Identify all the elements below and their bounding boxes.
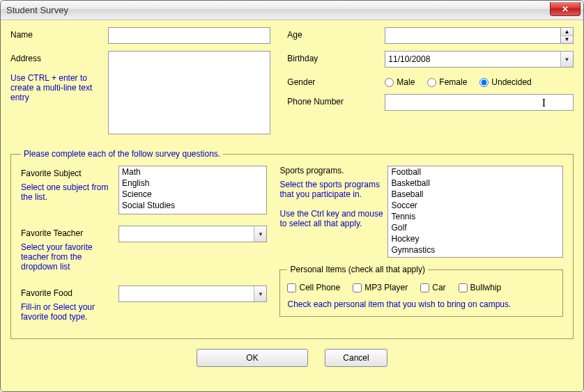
student-survey-window: Student Survey ✕ Name Address Use CTRL +… bbox=[0, 0, 584, 392]
check-cell-phone[interactable]: Cell Phone bbox=[287, 283, 340, 292]
survey-legend: Please complete each of the follow surve… bbox=[21, 149, 223, 159]
fav-teacher-label: Favorite Teacher bbox=[21, 228, 118, 238]
titlebar: Student Survey ✕ bbox=[1, 1, 583, 20]
list-item[interactable]: Math bbox=[119, 166, 266, 178]
list-item[interactable]: English bbox=[119, 178, 266, 189]
check-bullwhip[interactable]: Bullwhip bbox=[459, 283, 502, 292]
list-item[interactable]: Golf bbox=[388, 222, 562, 233]
list-item[interactable]: Soccer bbox=[388, 200, 562, 211]
gender-female-radio[interactable]: Female bbox=[427, 77, 467, 87]
check-car[interactable]: Car bbox=[420, 283, 445, 292]
list-item[interactable]: Football bbox=[388, 166, 562, 178]
sports-list[interactable]: Football Basketball Baseball Soccer Tenn… bbox=[387, 166, 563, 258]
form-body: Name Address Use CTRL + enter to create … bbox=[1, 20, 583, 391]
list-item[interactable]: Gymnastics bbox=[388, 244, 562, 256]
name-input[interactable] bbox=[108, 27, 270, 44]
fav-food-combo[interactable] bbox=[118, 285, 267, 302]
personal-items-hint: Check each personal item that you wish t… bbox=[287, 299, 555, 309]
list-item[interactable]: Baseball bbox=[388, 189, 562, 200]
gender-undecided-radio[interactable]: Undecided bbox=[479, 77, 531, 87]
address-hint: Use CTRL + enter to create a multi-line … bbox=[10, 73, 94, 102]
fav-subject-label: Favorite Subject bbox=[21, 168, 118, 178]
age-stepper[interactable]: ▲ ▼ bbox=[385, 27, 574, 44]
age-spin-down[interactable]: ▼ bbox=[561, 36, 573, 44]
birthday-dropdown-button[interactable] bbox=[560, 52, 573, 67]
check-mp3-player[interactable]: MP3 Player bbox=[353, 283, 408, 292]
phone-label: Phone Number bbox=[287, 94, 385, 107]
birthday-picker[interactable] bbox=[385, 51, 574, 68]
fav-food-dropdown-button[interactable] bbox=[254, 286, 266, 301]
fav-food-input[interactable] bbox=[118, 285, 267, 302]
age-label: Age bbox=[287, 27, 385, 40]
fav-teacher-select[interactable] bbox=[118, 226, 267, 242]
personal-items-legend: Personal Items (check all that apply) bbox=[287, 265, 427, 274]
window-title: Student Survey bbox=[6, 5, 68, 15]
cancel-button[interactable]: Cancel bbox=[325, 349, 387, 367]
fav-subject-hint: Select one subject from the list. bbox=[21, 182, 118, 202]
ok-button[interactable]: OK bbox=[197, 349, 308, 367]
sports-hint-1: Select the sports programs that you part… bbox=[279, 180, 387, 199]
age-input[interactable] bbox=[385, 27, 561, 44]
close-icon: ✕ bbox=[562, 4, 569, 14]
birthday-label: Birthday bbox=[287, 51, 385, 63]
personal-items-group: Personal Items (check all that apply) Ce… bbox=[279, 265, 563, 317]
fav-subject-list[interactable]: Math English Science Social Studies bbox=[118, 166, 267, 214]
sports-label: Sports programs. bbox=[279, 166, 387, 175]
name-label: Name bbox=[10, 27, 108, 40]
gender-label: Gender bbox=[287, 75, 385, 87]
list-item[interactable]: Science bbox=[119, 189, 266, 200]
fav-teacher-input[interactable] bbox=[118, 226, 267, 242]
fav-teacher-dropdown-button[interactable] bbox=[254, 226, 266, 242]
address-input[interactable] bbox=[108, 51, 270, 134]
birthday-input[interactable] bbox=[385, 51, 574, 68]
list-item[interactable]: Social Studies bbox=[119, 200, 266, 211]
list-item[interactable]: Basketball bbox=[388, 178, 562, 189]
fav-food-hint: Fill-in or Select your favorite food typ… bbox=[21, 302, 118, 322]
list-item[interactable]: Tennis bbox=[388, 211, 562, 222]
close-button[interactable]: ✕ bbox=[550, 2, 581, 16]
text-cursor-icon: I bbox=[542, 97, 546, 109]
age-spin-up[interactable]: ▲ bbox=[561, 28, 573, 36]
fav-teacher-hint: Select your favorite teacher from the dr… bbox=[21, 242, 118, 272]
sports-hint-2: Use the Ctrl key and mouse to select all… bbox=[279, 209, 387, 228]
survey-group: Please complete each of the follow surve… bbox=[10, 149, 574, 339]
gender-male-radio[interactable]: Male bbox=[385, 77, 415, 87]
list-item[interactable]: Hockey bbox=[388, 233, 562, 244]
address-label: Address bbox=[10, 54, 108, 63]
fav-food-label: Favorite Food bbox=[21, 288, 118, 298]
